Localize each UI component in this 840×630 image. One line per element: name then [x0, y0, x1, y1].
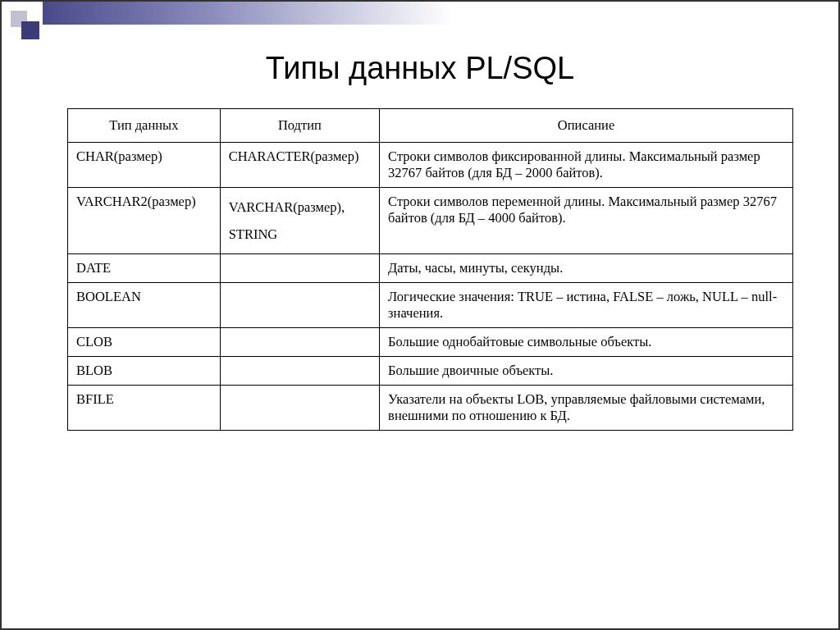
- cell-description: Большие однобайтовые символьные объекты.: [380, 328, 793, 357]
- data-types-table-container: Тип данных Подтип Описание CHAR(размер) …: [67, 108, 793, 431]
- table-row: DATE Даты, часы, минуты, секунды.: [68, 254, 793, 283]
- cell-type: BFILE: [68, 386, 221, 431]
- cell-type: DATE: [68, 254, 221, 283]
- cell-subtype: CHARACTER(размер): [220, 143, 379, 188]
- table-row: BFILE Указатели на объекты LOB, управляе…: [68, 386, 793, 431]
- header-subtype: Подтип: [220, 109, 379, 143]
- cell-description: Строки символов переменной длины. Максим…: [380, 188, 793, 254]
- cell-type: VARCHAR2(размер): [68, 188, 221, 254]
- decor-square-dark: [21, 21, 39, 39]
- table-row: CLOB Большие однобайтовые символьные объ…: [68, 328, 793, 357]
- table-row: CHAR(размер) CHARACTER(размер) Строки си…: [68, 143, 793, 188]
- header-type: Тип данных: [68, 109, 221, 143]
- table-row: VARCHAR2(размер) VARCHAR(размер), STRING…: [68, 188, 793, 254]
- table-header-row: Тип данных Подтип Описание: [68, 109, 793, 143]
- gradient-bar: [43, 2, 453, 25]
- cell-subtype: [220, 386, 379, 431]
- slide-decoration: [2, 2, 838, 43]
- slide: Типы данных PL/SQL Тип данных Подтип Опи…: [0, 0, 840, 630]
- cell-description: Даты, часы, минуты, секунды.: [380, 254, 793, 283]
- cell-type: CHAR(размер): [68, 143, 221, 188]
- data-types-table: Тип данных Подтип Описание CHAR(размер) …: [67, 108, 793, 431]
- cell-type: CLOB: [68, 328, 221, 357]
- cell-description: Указатели на объекты LOB, управляемые фа…: [380, 386, 793, 431]
- header-description: Описание: [380, 109, 793, 143]
- cell-subtype: VARCHAR(размер), STRING: [220, 188, 379, 254]
- table-row: BOOLEAN Логические значения: TRUE – исти…: [68, 283, 793, 328]
- cell-type: BLOB: [68, 357, 221, 386]
- cell-type: BOOLEAN: [68, 283, 221, 328]
- cell-subtype: [220, 328, 379, 357]
- cell-description: Логические значения: TRUE – истина, FALS…: [380, 283, 793, 328]
- cell-subtype: [220, 254, 379, 283]
- cell-subtype: [220, 283, 379, 328]
- slide-title: Типы данных PL/SQL: [2, 51, 838, 86]
- cell-subtype: [220, 357, 379, 386]
- cell-description: Строки символов фиксированной длины. Мак…: [380, 143, 793, 188]
- cell-description: Большие двоичные объекты.: [380, 357, 793, 386]
- table-row: BLOB Большие двоичные объекты.: [68, 357, 793, 386]
